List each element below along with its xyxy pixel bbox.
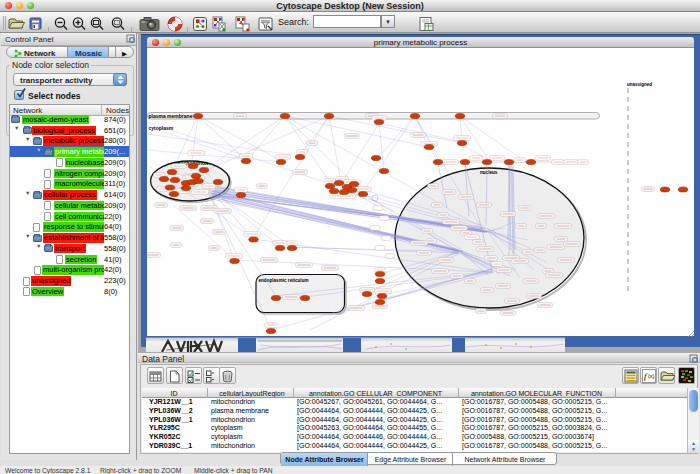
svg-text:nucleus: nucleus (480, 170, 498, 175)
svg-text:(x): (x) (648, 373, 655, 379)
svg-text:unassigned: unassigned (627, 82, 652, 87)
svg-text:plasma membrane: plasma membrane (149, 113, 193, 119)
